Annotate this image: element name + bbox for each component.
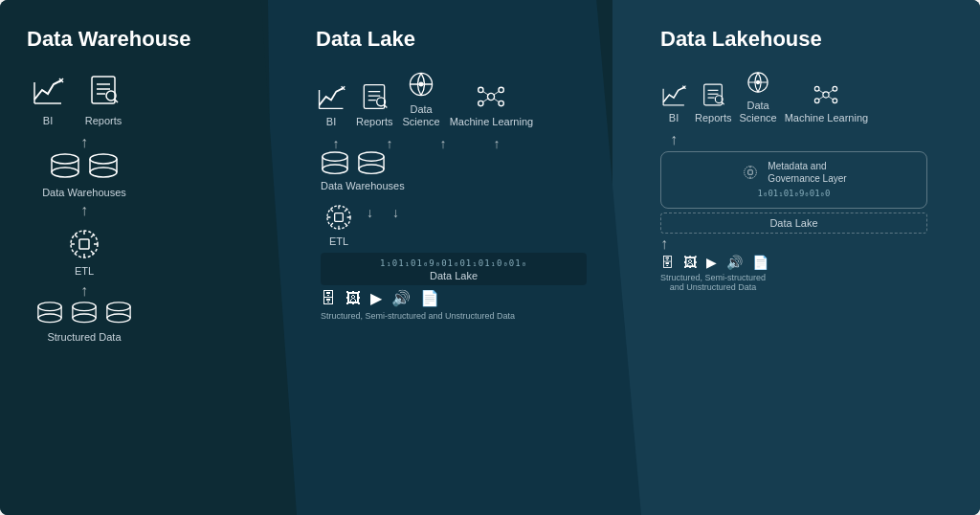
svg-point-97 (833, 99, 837, 103)
image-source-icon: 🖼 (345, 290, 361, 307)
lake-reports-label: Reports (356, 116, 393, 128)
arrow-3: ↑ (80, 283, 88, 299)
reports-icon (82, 69, 124, 111)
svg-point-65 (323, 165, 347, 173)
svg-line-60 (483, 99, 488, 102)
svg-line-78 (345, 210, 347, 213)
lh-doc-icon: 📄 (752, 255, 768, 270)
lakehouse-icons-row: BI Reports (660, 69, 868, 124)
svg-point-92 (757, 80, 760, 83)
svg-point-35 (73, 314, 96, 323)
svg-point-17 (90, 168, 117, 177)
lake-ml-label: Machine Learning (450, 116, 533, 128)
warehouse-title: Data Warehouse (27, 27, 191, 52)
svg-line-26 (91, 235, 94, 237)
svg-line-99 (829, 91, 834, 94)
lake-title: Data Lake (316, 27, 415, 52)
panel-lake: Data Lake BI (268, 0, 641, 515)
dw-db-stack (50, 153, 119, 182)
structured-label: Structured Data (47, 331, 121, 343)
audio-source-icon: 🔊 (391, 289, 411, 307)
lh-reports-item: Reports (695, 81, 732, 124)
svg-point-66 (359, 152, 384, 161)
svg-line-76 (330, 210, 333, 213)
svg-line-98 (819, 91, 824, 94)
svg-point-62 (323, 152, 347, 161)
svg-point-31 (38, 314, 61, 323)
svg-point-95 (833, 87, 837, 92)
metadata-governance-box: Metadata and Governance Layer 1₀01₁01₀9₀… (660, 151, 927, 209)
lh-source-row: 🗄 🖼 ▶ 🔊 📄 (660, 255, 768, 270)
lake-ml-item: Machine Learning (450, 81, 533, 128)
bi-icon (27, 69, 69, 111)
lake-source-row: 🗄 🖼 ▶ 🔊 📄 (321, 289, 439, 307)
lh-image-icon: 🖼 (683, 255, 697, 270)
lh-arrow-up: ↑ (670, 132, 678, 147)
meta-label: Metadata and Governance Layer (768, 160, 846, 185)
bi-label: BI (43, 115, 53, 127)
lakehouse-title: Data Lakehouse (660, 27, 822, 52)
svg-line-25 (91, 251, 94, 254)
lake-wavy-section: 1₁01₁01₀9₀01₀01₁01₁0₀01₀ Data Lake (321, 253, 587, 285)
lh-lake-label: Data Lake (769, 217, 817, 229)
main-container: Data Warehouse BI (0, 0, 980, 515)
svg-point-55 (499, 87, 503, 92)
warehouse-icons-row: BI Reports (27, 69, 124, 127)
doc-source-icon: 📄 (420, 289, 439, 307)
svg-line-59 (494, 92, 499, 96)
svg-line-27 (75, 251, 78, 254)
svg-line-77 (345, 223, 347, 226)
etl-section: ETL (63, 223, 105, 279)
svg-point-69 (359, 165, 384, 173)
lh-ml-label: Machine Learning (785, 112, 868, 124)
structured-db-stack (36, 302, 132, 326)
video-source-icon: ▶ (370, 289, 382, 307)
svg-point-28 (38, 302, 61, 311)
svg-rect-84 (704, 84, 723, 105)
arrow-2: ↑ (80, 203, 88, 218)
wavy-data: 1₁01₁01₀9₀01₀01₁01₁0₀01₀ (328, 258, 579, 268)
arrow-1: ↑ (80, 135, 88, 150)
svg-point-36 (107, 302, 130, 311)
svg-line-61 (494, 99, 499, 102)
reports-label: Reports (85, 115, 122, 127)
svg-point-53 (488, 94, 495, 101)
svg-rect-4 (92, 77, 115, 103)
lh-db-icon: 🗄 (660, 255, 674, 270)
svg-rect-103 (748, 170, 753, 175)
svg-rect-44 (365, 85, 385, 109)
svg-line-58 (483, 92, 488, 96)
lh-reports-label: Reports (695, 112, 732, 124)
lake-bi-item: BI (316, 81, 346, 128)
lh-audio-icon: 🔊 (726, 255, 743, 270)
svg-line-100 (819, 97, 824, 100)
lake-dw-label: Data Warehouses (321, 180, 405, 191)
svg-point-96 (815, 99, 820, 103)
warehouse-flow: ↑ Data Warehouses ↑ (36, 135, 132, 345)
svg-point-94 (815, 87, 820, 92)
svg-point-93 (823, 92, 829, 98)
db-source-icon: 🗄 (321, 290, 336, 307)
svg-point-52 (419, 82, 423, 86)
svg-point-14 (90, 154, 117, 164)
lake-etl-section: ETL (321, 199, 357, 249)
svg-rect-19 (79, 239, 89, 249)
lake-icons-row: BI Reports (316, 69, 533, 128)
lake-dw-stack (321, 151, 386, 178)
lh-bi-item: BI (660, 81, 687, 124)
svg-point-10 (52, 154, 78, 164)
reports-icon-item: Reports (82, 69, 124, 127)
lh-arrow-2: ↑ (660, 236, 668, 252)
panel-warehouse: Data Warehouse BI (0, 0, 297, 515)
svg-point-102 (745, 167, 757, 179)
lh-video-icon: ▶ (706, 255, 717, 270)
lake-reports-item: Reports (356, 81, 393, 128)
svg-rect-71 (335, 213, 344, 222)
bi-icon-item: BI (27, 69, 69, 127)
lake-source-label: Structured, Semi-structured and Unstruct… (321, 311, 515, 321)
dw-label: Data Warehouses (42, 187, 126, 198)
lh-datascience-item: DataScience (740, 69, 777, 124)
svg-point-39 (107, 314, 130, 323)
lake-etl-label: ETL (329, 235, 348, 247)
svg-line-101 (829, 97, 834, 100)
